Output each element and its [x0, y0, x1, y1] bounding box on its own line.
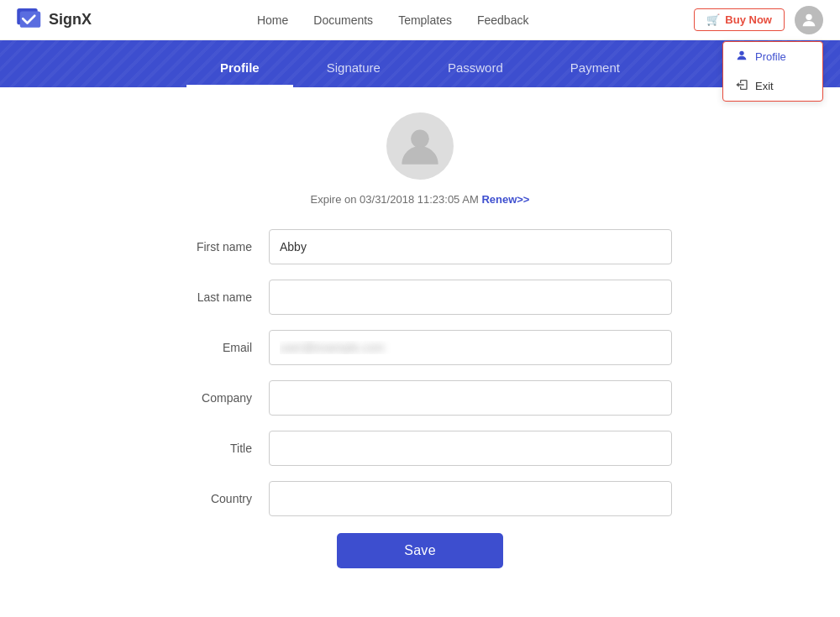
country-row: Country	[168, 481, 672, 516]
dropdown-profile[interactable]: Profile	[723, 42, 822, 71]
company-label: Company	[168, 391, 269, 405]
exit-icon	[735, 78, 748, 94]
nav-feedback[interactable]: Feedback	[477, 13, 528, 27]
tab-bar: Profile Signature Password Payment	[0, 40, 840, 87]
title-input[interactable]	[269, 431, 672, 466]
title-row: Title	[168, 431, 672, 466]
nav-home[interactable]: Home	[257, 13, 288, 27]
save-row: Save	[168, 533, 672, 568]
logo-text: SignX	[49, 11, 92, 29]
header: SignX Home Documents Templates Feedback …	[0, 0, 840, 40]
expiry-text: Expire on 03/31/2018 11:23:05 AM	[311, 193, 479, 206]
avatar[interactable]	[795, 6, 823, 34]
expiry-row: Expire on 03/31/2018 11:23:05 AM Renew>>	[311, 193, 530, 206]
nav-documents[interactable]: Documents	[313, 13, 373, 27]
cart-icon: 🛒	[706, 13, 720, 26]
buy-now-button[interactable]: 🛒 Buy Now	[694, 8, 785, 31]
country-input[interactable]	[269, 481, 672, 516]
avatar-icon	[398, 124, 442, 168]
title-label: Title	[168, 442, 269, 455]
renew-link[interactable]: Renew>>	[481, 193, 529, 206]
svg-point-3	[739, 50, 743, 55]
email-input[interactable]	[269, 330, 672, 365]
profile-icon	[735, 49, 748, 65]
tab-profile[interactable]: Profile	[186, 49, 293, 87]
main-content: Expire on 03/31/2018 11:23:05 AM Renew>>…	[0, 87, 840, 617]
last-name-input[interactable]	[269, 280, 672, 315]
nav-templates[interactable]: Templates	[398, 13, 452, 27]
tab-password[interactable]: Password	[414, 49, 537, 87]
dropdown-exit-label: Exit	[755, 80, 774, 92]
first-name-input[interactable]	[269, 229, 672, 264]
first-name-label: First name	[168, 240, 269, 254]
main-nav: Home Documents Templates Feedback	[257, 13, 528, 27]
logo[interactable]: SignX	[17, 8, 92, 32]
save-button[interactable]: Save	[337, 533, 503, 568]
person-icon	[800, 11, 818, 29]
email-row: Email	[168, 330, 672, 365]
company-input[interactable]	[269, 380, 672, 416]
dropdown-profile-label: Profile	[755, 50, 786, 63]
logo-icon	[17, 8, 44, 32]
user-dropdown: Profile Exit	[722, 41, 823, 102]
svg-point-2	[806, 13, 811, 19]
tab-payment[interactable]: Payment	[537, 49, 654, 87]
svg-point-4	[411, 130, 429, 149]
profile-form: First name Last name Email Company Title…	[168, 229, 672, 568]
country-label: Country	[168, 492, 269, 505]
company-row: Company	[168, 380, 672, 416]
email-label: Email	[168, 341, 269, 354]
buy-now-label: Buy Now	[725, 13, 772, 26]
dropdown-exit[interactable]: Exit	[723, 71, 822, 101]
last-name-row: Last name	[168, 280, 672, 315]
first-name-row: First name	[168, 229, 672, 264]
last-name-label: Last name	[168, 290, 269, 304]
header-right: 🛒 Buy Now Profile Exit	[694, 6, 823, 34]
tab-signature[interactable]: Signature	[293, 49, 414, 87]
profile-avatar	[386, 112, 454, 180]
